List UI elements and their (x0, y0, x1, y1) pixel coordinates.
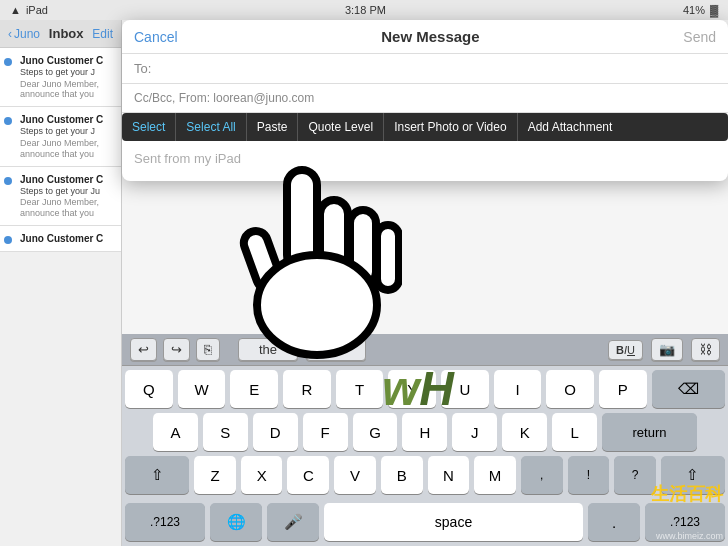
key-s[interactable]: S (203, 413, 248, 451)
status-bar: ▲ iPad 3:18 PM 41% ▓ (0, 0, 728, 20)
key-row-3: ⇧ Z X C V B N M , ! ? ⇧ (125, 456, 725, 494)
compose-placeholder: Sent from my iPad (134, 151, 241, 166)
biu-button[interactable]: BIU (608, 340, 643, 360)
key-v[interactable]: V (334, 456, 376, 494)
key-period[interactable]: . (588, 503, 640, 541)
key-numbers[interactable]: .?123 (125, 503, 205, 541)
key-f[interactable]: F (303, 413, 348, 451)
select-all-button[interactable]: Select All (176, 113, 246, 141)
wifi-icon: ▲ (10, 4, 21, 16)
status-left: ▲ iPad (10, 4, 48, 16)
key-question[interactable]: ? (614, 456, 656, 494)
key-return[interactable]: return (602, 413, 697, 451)
status-device: iPad (26, 4, 48, 16)
email-item-1[interactable]: Juno Customer C Steps to get your J Dear… (0, 48, 121, 107)
inbox-title: Inbox (49, 26, 84, 41)
toolbar-left: ↩ ↪ ⎘ (130, 338, 220, 361)
keyboard-keys: Q W E R T Y U I O P ⌫ A S D F (122, 366, 728, 503)
key-k[interactable]: K (502, 413, 547, 451)
key-z[interactable]: Z (194, 456, 236, 494)
key-j[interactable]: J (452, 413, 497, 451)
key-u[interactable]: U (441, 370, 489, 408)
compose-body[interactable]: Sent from my iPad (122, 141, 728, 181)
quote-level-button[interactable]: Quote Level (298, 113, 384, 141)
battery-icon: ▓ (710, 4, 718, 16)
undo-button[interactable]: ↩ (130, 338, 157, 361)
key-mic[interactable]: 🎤 (267, 503, 319, 541)
email-body-2: Dear Juno Member,announce that you (20, 138, 113, 160)
cc-field[interactable]: Cc/Bcc, From: loorean@juno.com (122, 84, 728, 113)
email-sender-3: Juno Customer C (20, 173, 113, 186)
key-x[interactable]: X (241, 456, 283, 494)
watermark-url: www.bimeiz.com (656, 531, 723, 541)
key-i[interactable]: I (494, 370, 542, 408)
key-m[interactable]: M (474, 456, 516, 494)
key-y[interactable]: Y (388, 370, 436, 408)
email-content-2: Juno Customer C Steps to get your J Dear… (20, 113, 113, 159)
key-q[interactable]: Q (125, 370, 173, 408)
email-content-1: Juno Customer C Steps to get your J Dear… (20, 54, 113, 100)
email-body-3: Dear Juno Member,announce that you (20, 197, 113, 219)
key-w[interactable]: W (178, 370, 226, 408)
key-shift[interactable]: ⇧ (125, 456, 189, 494)
email-subject-1: Steps to get your J (20, 67, 113, 79)
back-button[interactable]: ‹ Juno (8, 27, 40, 41)
email-item-3[interactable]: Juno Customer C Steps to get your Ju Dea… (0, 167, 121, 226)
key-space[interactable]: space (324, 503, 583, 541)
key-b[interactable]: B (381, 456, 423, 494)
svg-rect-1 (320, 200, 348, 280)
key-n[interactable]: N (428, 456, 470, 494)
key-d[interactable]: D (253, 413, 298, 451)
keyboard-bottom: .?123 🌐 🎤 space . .?123 (122, 503, 728, 546)
key-l[interactable]: L (552, 413, 597, 451)
insert-photo-button[interactable]: Insert Photo or Video (384, 113, 518, 141)
email-sender-2: Juno Customer C (20, 113, 113, 126)
key-comma[interactable]: , (521, 456, 563, 494)
select-button[interactable]: Select (122, 113, 176, 141)
context-menu: Select Select All Paste Quote Level Inse… (122, 113, 728, 141)
new-message-modal: Cancel New Message Send To: Cc/Bcc, From… (122, 20, 728, 181)
key-r[interactable]: R (283, 370, 331, 408)
key-a[interactable]: A (153, 413, 198, 451)
keyboard-toolbar: ↩ ↪ ⎘ the I'm BIU 📷 ⛓ (122, 334, 728, 366)
key-o[interactable]: O (546, 370, 594, 408)
paste-button[interactable]: Paste (247, 113, 299, 141)
email-content-3: Juno Customer C Steps to get your Ju Dea… (20, 173, 113, 219)
to-label: To: (134, 61, 151, 76)
email-subject-3: Steps to get your Ju (20, 186, 113, 198)
key-t[interactable]: T (336, 370, 384, 408)
redo-button[interactable]: ↪ (163, 338, 190, 361)
key-exclaim[interactable]: ! (568, 456, 610, 494)
key-h[interactable]: H (402, 413, 447, 451)
camera-button[interactable]: 📷 (651, 338, 683, 361)
email-body-1: Dear Juno Member,announce that you (20, 79, 113, 101)
link-button[interactable]: ⛓ (691, 338, 720, 361)
key-c[interactable]: C (287, 456, 329, 494)
email-sender-4: Juno Customer C (20, 232, 113, 245)
clipboard-button[interactable]: ⎘ (196, 338, 220, 361)
cancel-button[interactable]: Cancel (134, 29, 178, 45)
add-attachment-button[interactable]: Add Attachment (518, 113, 623, 141)
edit-button[interactable]: Edit (92, 27, 113, 41)
back-chevron-icon: ‹ (8, 27, 12, 41)
send-button[interactable]: Send (683, 29, 716, 45)
key-e[interactable]: E (230, 370, 278, 408)
key-globe[interactable]: 🌐 (210, 503, 262, 541)
email-subject-2: Steps to get your J (20, 126, 113, 138)
unread-dot-2 (4, 117, 12, 125)
email-item-4[interactable]: Juno Customer C (0, 226, 121, 252)
modal-title: New Message (381, 28, 479, 45)
email-item-2[interactable]: Juno Customer C Steps to get your J Dear… (0, 107, 121, 166)
main-area: ‹ Juno Inbox Edit Juno Customer C Steps … (0, 20, 728, 546)
key-backspace[interactable]: ⌫ (652, 370, 725, 408)
keyboard-area: ↩ ↪ ⎘ the I'm BIU 📷 ⛓ Q W E (122, 334, 728, 546)
status-right: 41% ▓ (683, 4, 718, 16)
cc-label: Cc/Bcc, From: (134, 91, 210, 105)
key-g[interactable]: G (353, 413, 398, 451)
watermark-cn: 生活百科 (651, 482, 723, 506)
to-field[interactable]: To: (122, 54, 728, 84)
key-row-2: A S D F G H J K L return (125, 413, 725, 451)
word-suggestion-1[interactable]: the (238, 338, 298, 361)
key-p[interactable]: P (599, 370, 647, 408)
word-suggestion-2[interactable]: I'm (306, 338, 366, 361)
